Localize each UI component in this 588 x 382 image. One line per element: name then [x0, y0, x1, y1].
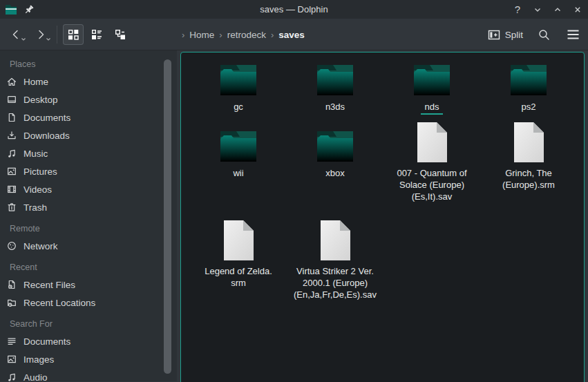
- folder-item-xbox[interactable]: xbox: [287, 122, 383, 220]
- split-view-icon: [488, 29, 500, 41]
- back-dropdown-caret[interactable]: [21, 32, 26, 44]
- folder-item-ps2[interactable]: ps2: [480, 55, 577, 122]
- forward-dropdown-caret[interactable]: [46, 32, 51, 44]
- sidebar-item-label: Pictures: [23, 166, 57, 177]
- help-button[interactable]: ?: [511, 3, 524, 16]
- minimize-button[interactable]: [531, 3, 544, 16]
- sidebar-item-label: Recent Files: [23, 280, 75, 290]
- hamburger-menu-button[interactable]: [563, 25, 582, 44]
- file-item-grinch-the[interactable]: Grinch, The (Europe).srm: [480, 122, 577, 220]
- sidebar-item-label: Recent Locations: [23, 298, 95, 308]
- sidebar-item-search-images[interactable]: Images: [0, 350, 177, 368]
- item-label: xbox: [325, 167, 344, 179]
- sidebar-item-documents[interactable]: Documents: [0, 108, 177, 126]
- item-label: Virtua Striker 2 Ver. 2000.1 (Europe) (E…: [294, 265, 377, 300]
- folder-item-gc[interactable]: gc: [190, 55, 287, 122]
- network-globe-icon: [6, 240, 17, 251]
- file-view[interactable]: gc n3ds nds: [180, 52, 585, 382]
- section-header-recent: Recent: [0, 259, 177, 276]
- folder-icon: [190, 55, 287, 97]
- split-label: Split: [505, 30, 523, 40]
- trash-icon: [6, 202, 17, 213]
- file-icon: [190, 220, 287, 261]
- sidebar-item-label: Trash: [23, 202, 47, 213]
- sidebar-item-label: Home: [23, 77, 48, 87]
- sidebar-item-label: Images: [23, 354, 54, 365]
- item-label: 007 - Quantum of Solace (Europe) (Es,It)…: [397, 167, 466, 202]
- icons-view-button[interactable]: [63, 24, 84, 45]
- music-note-icon: [6, 372, 17, 381]
- sidebar-item-network[interactable]: Network: [0, 237, 177, 255]
- tree-view-button[interactable]: [110, 24, 131, 45]
- sidebar-item-pictures[interactable]: Pictures: [0, 162, 177, 180]
- sidebar-item-videos[interactable]: Videos: [0, 180, 177, 198]
- folder-item-n3ds[interactable]: n3ds: [287, 55, 383, 122]
- sidebar-item-recent-files[interactable]: Recent Files: [0, 276, 177, 294]
- film-icon: [6, 184, 17, 195]
- item-label: n3ds: [325, 101, 345, 113]
- image-icon: [6, 166, 17, 177]
- file-item-007-quantum-of-solace[interactable]: 007 - Quantum of Solace (Europe) (Es,It)…: [383, 122, 480, 220]
- sidebar-item-label: Audio: [23, 372, 48, 382]
- item-label: gc: [234, 101, 243, 113]
- file-item-legend-of-zelda[interactable]: Legend of Zelda. srm: [190, 220, 287, 323]
- folder-item-nds[interactable]: nds: [383, 55, 480, 122]
- breadcrumb-saves[interactable]: saves: [278, 30, 305, 40]
- folder-item-wii[interactable]: wii: [190, 122, 287, 220]
- document-icon: [6, 112, 17, 123]
- item-label: Grinch, The (Europe).srm: [502, 167, 555, 191]
- close-button[interactable]: [571, 3, 584, 16]
- text-lines-icon: [6, 336, 17, 347]
- sidebar-item-label: Network: [23, 241, 58, 251]
- sidebar-item-music[interactable]: Music: [0, 144, 177, 162]
- recent-files-icon: [6, 279, 17, 290]
- breadcrumb: › Home › retrodeck › saves: [182, 19, 305, 50]
- forward-button[interactable]: [32, 24, 50, 45]
- sidebar-item-home[interactable]: Home: [0, 73, 177, 90]
- titlebar: saves — Dolphin ?: [0, 0, 588, 19]
- file-grid: gc n3ds nds: [181, 52, 584, 323]
- item-label: Legend of Zelda. srm: [205, 265, 272, 289]
- sidebar-item-desktop[interactable]: Desktop: [0, 90, 177, 108]
- sidebar-item-downloads[interactable]: Downloads: [0, 126, 177, 144]
- maximize-button[interactable]: [551, 3, 564, 16]
- sidebar-item-label: Videos: [23, 184, 52, 195]
- sidebar-item-search-documents[interactable]: Documents: [0, 332, 177, 350]
- music-note-icon: [6, 148, 17, 159]
- recent-locations-icon: [6, 297, 17, 308]
- home-icon: [6, 76, 17, 87]
- sidebar-item-label: Music: [23, 149, 48, 159]
- folder-icon: [287, 55, 383, 97]
- search-button[interactable]: [534, 25, 553, 44]
- breadcrumb-home[interactable]: Home: [189, 30, 214, 40]
- toolbar: › Home › retrodeck › saves Split: [0, 19, 588, 50]
- window-title: saves — Dolphin: [0, 4, 588, 15]
- breadcrumb-retrodeck[interactable]: retrodeck: [227, 30, 266, 40]
- sidebar-item-recent-locations[interactable]: Recent Locations: [0, 294, 177, 312]
- item-label: nds: [421, 101, 444, 115]
- sidebar-item-trash[interactable]: Trash: [0, 198, 177, 216]
- breadcrumb-chevron-icon: ›: [182, 30, 184, 40]
- item-label: ps2: [522, 101, 536, 113]
- file-item-virtua-striker-2[interactable]: Virtua Striker 2 Ver. 2000.1 (Europe) (E…: [287, 220, 383, 323]
- sidebar-item-label: Documents: [23, 336, 70, 347]
- folder-icon: [287, 122, 383, 163]
- image-icon: [6, 354, 17, 365]
- section-header-places: Places: [0, 56, 177, 73]
- details-view-button[interactable]: [86, 24, 107, 45]
- folder-icon: [383, 55, 480, 97]
- back-button[interactable]: [7, 24, 25, 45]
- download-icon: [6, 130, 17, 141]
- places-panel: Places Home Desktop: [0, 50, 177, 381]
- sidebar-scrollbar[interactable]: [164, 59, 171, 374]
- file-icon: [480, 122, 577, 163]
- sidebar-item-search-audio[interactable]: Audio: [0, 368, 177, 381]
- file-icon: [287, 220, 383, 261]
- folder-icon: [480, 55, 577, 97]
- breadcrumb-chevron-icon: ›: [271, 30, 274, 40]
- split-button[interactable]: Split: [486, 26, 524, 44]
- toolbar-separator: [57, 26, 57, 44]
- file-icon: [383, 122, 480, 163]
- folder-icon: [190, 122, 287, 163]
- sidebar-item-label: Desktop: [23, 95, 58, 105]
